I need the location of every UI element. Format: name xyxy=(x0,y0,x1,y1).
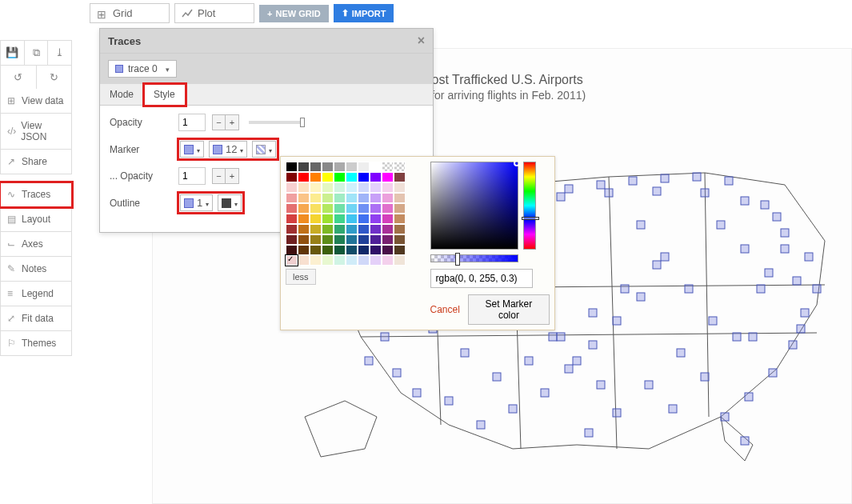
alpha-cursor[interactable] xyxy=(455,253,460,266)
airport-marker[interactable] xyxy=(757,285,765,293)
palette-swatch[interactable] xyxy=(298,214,310,224)
palette-swatch[interactable] xyxy=(322,162,334,172)
airport-marker[interactable] xyxy=(761,201,769,209)
airport-marker[interactable] xyxy=(637,221,645,229)
palette-swatch[interactable] xyxy=(382,245,394,255)
new-grid-button[interactable]: + NEW GRID xyxy=(259,5,329,22)
airport-marker[interactable] xyxy=(393,369,401,377)
sidebar-item-notes[interactable]: ✎Notes xyxy=(0,257,72,282)
palette-swatch[interactable] xyxy=(334,234,346,245)
opacity-slider[interactable] xyxy=(249,121,305,124)
palette-swatch[interactable] xyxy=(382,162,394,172)
airport-marker[interactable] xyxy=(773,213,781,221)
palette-swatch[interactable] xyxy=(322,172,334,182)
palette-swatch[interactable] xyxy=(322,203,334,214)
slider-thumb[interactable] xyxy=(300,118,305,127)
palette-swatch[interactable] xyxy=(370,255,382,266)
palette-swatch[interactable] xyxy=(322,234,334,245)
copy-button[interactable]: ⧉ xyxy=(25,41,49,65)
palette-swatch[interactable] xyxy=(286,162,298,172)
airport-marker[interactable] xyxy=(645,381,653,389)
palette-swatch[interactable] xyxy=(322,182,334,193)
palette-swatch[interactable] xyxy=(358,203,370,214)
palette-swatch[interactable] xyxy=(286,193,298,203)
trace-selector[interactable]: trace 0 xyxy=(108,60,177,78)
palette-swatch[interactable] xyxy=(322,193,334,203)
palette-swatch[interactable] xyxy=(358,182,370,193)
palette-swatch[interactable] xyxy=(334,245,346,255)
palette-swatch[interactable] xyxy=(298,224,310,234)
palette-swatch[interactable] xyxy=(334,255,346,266)
palette-swatch[interactable] xyxy=(286,182,298,193)
palette-swatch[interactable] xyxy=(334,214,346,224)
airport-marker[interactable] xyxy=(597,381,605,389)
palette-swatch[interactable] xyxy=(394,214,406,224)
palette-swatch[interactable] xyxy=(310,234,322,245)
close-icon[interactable]: × xyxy=(418,34,425,48)
cancel-button[interactable]: Cancel xyxy=(430,304,460,315)
palette-swatch[interactable] xyxy=(370,224,382,234)
airport-marker[interactable] xyxy=(805,253,813,261)
palette-swatch[interactable] xyxy=(334,224,346,234)
airport-marker[interactable] xyxy=(461,349,469,357)
airport-marker[interactable] xyxy=(661,174,669,182)
download-button[interactable]: ⤓ xyxy=(48,41,71,65)
palette-swatch[interactable] xyxy=(310,224,322,234)
palette-swatch[interactable] xyxy=(370,203,382,214)
palette-swatch[interactable] xyxy=(310,182,322,193)
airport-marker[interactable] xyxy=(741,437,749,445)
palette-swatch[interactable] xyxy=(286,224,298,234)
airport-marker[interactable] xyxy=(585,429,593,437)
palette-swatch[interactable] xyxy=(334,182,346,193)
palette-swatch[interactable] xyxy=(310,193,322,203)
airport-marker[interactable] xyxy=(781,229,789,237)
opacity-decrement[interactable]: − xyxy=(213,115,226,130)
palette-swatch[interactable] xyxy=(346,245,358,255)
airport-marker[interactable] xyxy=(693,173,701,181)
airport-marker[interactable] xyxy=(565,365,573,373)
tab-mode[interactable]: Mode xyxy=(100,84,144,105)
redo-button[interactable]: ↻ xyxy=(37,66,72,89)
palette-swatch[interactable] xyxy=(370,172,382,182)
airport-marker[interactable] xyxy=(701,189,709,197)
airport-marker[interactable] xyxy=(621,285,629,293)
airport-marker[interactable] xyxy=(525,357,533,365)
palette-swatch[interactable] xyxy=(346,255,358,266)
palette-swatch[interactable] xyxy=(370,214,382,224)
opacity-increment[interactable]: + xyxy=(226,115,238,130)
outline-color-dropdown[interactable] xyxy=(218,194,242,211)
palette-swatch[interactable] xyxy=(394,172,406,182)
airport-marker[interactable] xyxy=(677,349,685,357)
marker-shape-dropdown[interactable] xyxy=(180,141,204,158)
palette-swatch[interactable] xyxy=(370,193,382,203)
sidebar-item-legend[interactable]: ≡Legend xyxy=(0,282,72,306)
airport-marker[interactable] xyxy=(365,357,373,365)
palette-swatch[interactable] xyxy=(310,162,322,172)
palette-swatch[interactable] xyxy=(358,214,370,224)
airport-marker[interactable] xyxy=(765,269,773,277)
airport-marker[interactable] xyxy=(549,333,557,341)
marker-opacity-input[interactable] xyxy=(178,167,206,185)
airport-marker[interactable] xyxy=(493,373,501,381)
airport-marker[interactable] xyxy=(613,409,621,417)
hue-cursor[interactable] xyxy=(522,217,539,220)
tab-style[interactable]: Style xyxy=(144,84,186,106)
airport-marker[interactable] xyxy=(573,357,581,365)
palette-swatch[interactable] xyxy=(358,162,370,172)
palette-swatch[interactable] xyxy=(298,182,310,193)
airport-marker[interactable] xyxy=(801,309,809,317)
airport-marker[interactable] xyxy=(789,341,797,349)
palette-swatch[interactable] xyxy=(394,203,406,214)
palette-swatch[interactable] xyxy=(310,172,322,182)
palette-swatch[interactable] xyxy=(334,203,346,214)
airport-marker[interactable] xyxy=(381,333,389,341)
airport-marker[interactable] xyxy=(745,393,753,401)
palette-swatch[interactable] xyxy=(298,234,310,245)
set-marker-color-button[interactable]: Set Marker color xyxy=(468,294,550,325)
palette-swatch[interactable] xyxy=(358,193,370,203)
palette-swatch[interactable] xyxy=(394,162,406,172)
airport-marker[interactable] xyxy=(509,405,517,413)
undo-button[interactable]: ↺ xyxy=(1,66,37,89)
sidebar-item-view-data[interactable]: ⊞View data xyxy=(0,89,72,114)
sidebar-item-share[interactable]: ↗Share xyxy=(0,150,72,174)
